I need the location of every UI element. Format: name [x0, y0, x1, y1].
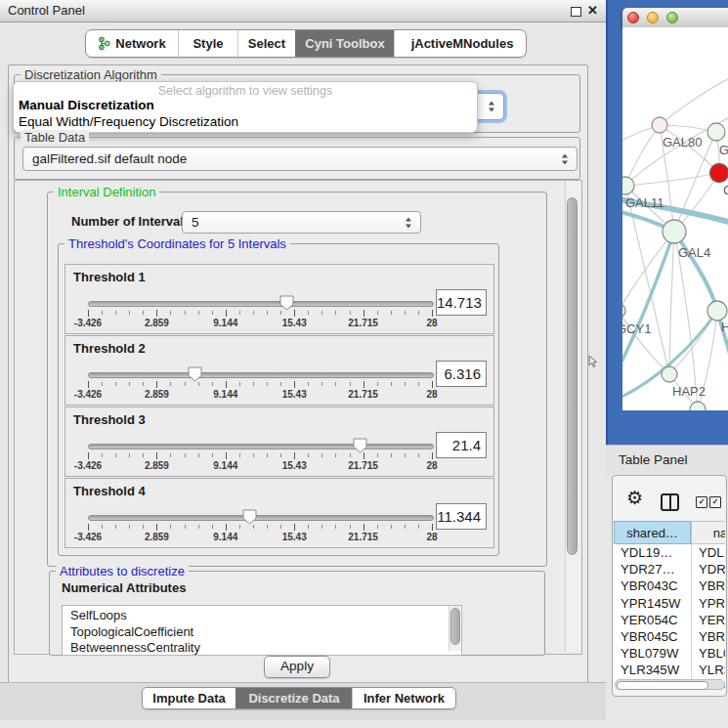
table-panel-title: Table Panel	[619, 452, 688, 467]
threshold-slider-4[interactable]	[88, 515, 434, 521]
network-edge[interactable]	[625, 173, 719, 186]
tick-label: 15.43	[282, 318, 307, 328]
columns-icon[interactable]	[661, 493, 679, 511]
tab-style[interactable]: Style	[178, 30, 237, 57]
threshold-value-field[interactable]: 14.713	[436, 289, 487, 316]
threshold-value-field[interactable]: 11.344	[436, 503, 487, 530]
network-node-gal80[interactable]	[652, 117, 667, 133]
numerical-attributes-list[interactable]: SelfLoopsTopologicalCoefficientBetweenne…	[62, 605, 462, 656]
network-edge[interactable]	[660, 78, 728, 125]
tick-mark	[405, 311, 406, 315]
table-hscrollbar[interactable]	[615, 679, 725, 690]
tick-mark	[350, 525, 351, 529]
node-table[interactable]: shared…naYDL19…YDL1YDR27…YDR2YBR043CYBR0…	[614, 521, 725, 688]
tick-mark	[418, 453, 419, 457]
float-icon[interactable]	[571, 7, 581, 17]
table-row[interactable]: YDR27…YDR2	[614, 561, 725, 578]
tick-mark	[185, 382, 186, 386]
threshold-value-field[interactable]: 21.4	[436, 432, 487, 458]
bottom-tab-infer-network[interactable]: Infer Network	[352, 688, 455, 708]
checkbox-icon[interactable]: ✓	[709, 496, 721, 508]
tab-network[interactable]: Network	[86, 30, 178, 57]
attribute-item-topologicalcoefficient[interactable]: TopologicalCoefficient	[63, 624, 461, 641]
table-row[interactable]: YDL19…YDL1	[614, 544, 725, 561]
bottom-tab-discretize-data[interactable]: Discretize Data	[236, 688, 352, 708]
threshold-slider-2[interactable]	[88, 372, 434, 378]
network-window-titlebar[interactable]	[622, 8, 728, 28]
minimize-traffic-light-icon[interactable]	[647, 12, 659, 23]
network-node-hap2[interactable]	[662, 366, 677, 382]
slider-thumb[interactable]	[242, 509, 257, 525]
tick-mark	[418, 382, 419, 386]
tab-select[interactable]: Select	[237, 30, 295, 57]
slider-thumb[interactable]	[353, 438, 367, 453]
threshold-slider-1[interactable]	[88, 301, 434, 307]
settings-scrollbar[interactable]	[565, 181, 580, 652]
algorithm-option-manual-discretization[interactable]: Manual Discretization	[16, 98, 479, 112]
tick-label: 2.859	[145, 389, 169, 400]
attribute-item-betweennesscentrality[interactable]: BetweennessCentrality	[63, 640, 461, 656]
tick-mark	[294, 381, 295, 388]
table-row[interactable]: YBR045CYBR0	[614, 628, 725, 645]
network-node-gal4[interactable]	[663, 220, 686, 243]
table-data-combobox[interactable]: galFiltered.sif default node	[22, 147, 578, 171]
tick-label: 15.43	[282, 389, 307, 400]
tick-mark	[253, 382, 254, 386]
table-row[interactable]: YBL079WYBL0	[614, 645, 725, 662]
tick-label: -3.426	[74, 318, 102, 328]
network-edge-highlighted[interactable]	[622, 232, 674, 369]
tick-mark	[335, 453, 336, 457]
network-edge[interactable]	[669, 232, 674, 374]
gear-icon[interactable]: ⚙	[626, 488, 643, 509]
column-header-shared[interactable]: shared…	[614, 521, 691, 544]
tick-mark	[253, 525, 254, 529]
checkbox-icon[interactable]: ✓	[696, 496, 707, 508]
table-row[interactable]: YBR043CYBR0	[614, 578, 725, 594]
table-data-group: Table Data galFiltered.sif default node	[14, 137, 580, 180]
tab-label: Style	[193, 36, 223, 51]
attribute-item-selfloops[interactable]: SelfLoops	[63, 608, 461, 624]
tick-mark	[321, 525, 322, 529]
network-node-c[interactable]	[710, 164, 728, 183]
network-edge[interactable]	[625, 125, 660, 186]
tick-mark	[321, 382, 322, 386]
table-row[interactable]: YLR345WYLR3	[614, 662, 725, 678]
network-node-gcy1[interactable]	[622, 304, 625, 318]
algorithm-option-equal-width-frequency-discretization[interactable]: Equal Width/Frequency Discretization	[16, 114, 479, 129]
table-cell: YER054C	[614, 612, 691, 628]
slider-thumb[interactable]	[188, 366, 202, 382]
tick-mark	[280, 525, 281, 529]
node-label: C	[723, 183, 728, 197]
num-intervals-value: 5	[192, 215, 199, 230]
close-icon[interactable]: ✕	[587, 3, 598, 18]
tab-jactivemnodules[interactable]: jActiveMNodules	[394, 30, 527, 57]
network-node-ga[interactable]	[707, 123, 725, 141]
tick-mark	[156, 381, 157, 388]
tick-mark	[350, 382, 351, 386]
table-hscrollbar-thumb[interactable]	[617, 681, 708, 690]
apply-button[interactable]: Apply	[264, 656, 330, 678]
tab-cyni-toolbox[interactable]: Cyni Toolbox	[295, 30, 394, 57]
table-row[interactable]: YPR145WYPR1	[614, 595, 725, 612]
close-traffic-light-icon[interactable]	[627, 12, 639, 23]
threshold-value-field[interactable]: 6.316	[436, 361, 487, 387]
tick-mark	[102, 382, 103, 386]
settings-scrollbar-thumb[interactable]	[567, 197, 578, 555]
threshold-slider-3[interactable]	[88, 444, 434, 450]
network-canvas[interactable]: GAL80GACGAL11GAL4GCY1HHAP2	[622, 27, 728, 410]
attributes-scrollbar[interactable]	[449, 606, 460, 651]
network-node-h[interactable]	[707, 301, 727, 321]
slider-thumb[interactable]	[279, 295, 294, 311]
tick-mark	[418, 525, 419, 529]
bottom-tab-impute-data[interactable]: Impute Data	[143, 688, 236, 708]
algorithm-combobox[interactable]	[475, 93, 504, 120]
network-node-gal11[interactable]	[622, 177, 634, 194]
column-header-na[interactable]: na	[691, 521, 725, 544]
table-row[interactable]: YER054CYER0	[614, 612, 725, 628]
zoom-traffic-light-icon[interactable]	[666, 12, 678, 23]
table-cell: YDR2	[691, 561, 725, 578]
num-intervals-combobox[interactable]: 5	[182, 211, 421, 234]
table-cell: YDL19…	[614, 544, 691, 561]
tick-mark	[129, 453, 130, 457]
tick-label: -3.426	[74, 532, 102, 542]
